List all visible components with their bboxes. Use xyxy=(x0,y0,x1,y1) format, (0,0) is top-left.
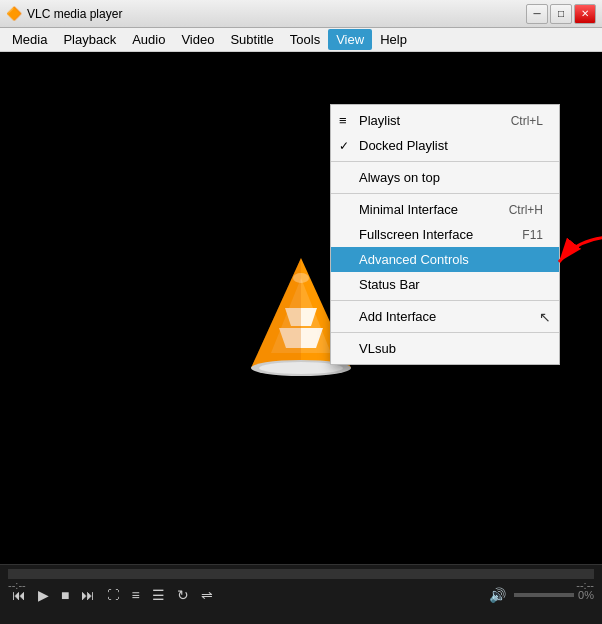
docked-playlist-check: ✓ xyxy=(339,139,355,153)
progress-bar[interactable] xyxy=(8,569,594,579)
menu-item-status-bar[interactable]: Status Bar xyxy=(331,272,559,297)
play-button[interactable]: ▶ xyxy=(34,585,53,605)
menu-item-always-on-top[interactable]: Always on top xyxy=(331,165,559,190)
svg-point-7 xyxy=(293,273,309,283)
menu-item-playlist[interactable]: ≡ Playlist Ctrl+L xyxy=(331,108,559,133)
menu-item-minimal-interface[interactable]: Minimal Interface Ctrl+H xyxy=(331,197,559,222)
menu-audio[interactable]: Audio xyxy=(124,29,173,50)
pointer-icon: ↖ xyxy=(539,309,551,325)
next-button[interactable]: ⏭ xyxy=(77,585,99,605)
extended-settings-button[interactable]: ≡ xyxy=(127,585,143,605)
main-content: ≡ Playlist Ctrl+L ✓ Docked Playlist Alwa… xyxy=(0,52,602,564)
menu-video[interactable]: Video xyxy=(173,29,222,50)
volume-slider[interactable] xyxy=(514,593,574,597)
svg-marker-4 xyxy=(251,258,301,368)
loop-button[interactable]: ↻ xyxy=(173,585,193,605)
menu-media[interactable]: Media xyxy=(4,29,55,50)
time-elapsed: --:-- xyxy=(8,579,26,591)
minimize-button[interactable]: ─ xyxy=(526,4,548,24)
separator-3 xyxy=(331,300,559,301)
menu-item-add-interface[interactable]: Add Interface ↖ xyxy=(331,304,559,329)
view-dropdown-menu: ≡ Playlist Ctrl+L ✓ Docked Playlist Alwa… xyxy=(330,104,560,365)
window-title: VLC media player xyxy=(27,7,526,21)
menu-tools[interactable]: Tools xyxy=(282,29,328,50)
maximize-button[interactable]: □ xyxy=(550,4,572,24)
app-icon: 🔶 xyxy=(6,6,22,22)
fullscreen-button[interactable]: ⛶ xyxy=(103,586,123,604)
bottom-controls: --:-- --:-- ⏮ ▶ ■ ⏭ ⛶ ≡ ☰ ↻ ⇌ 🔊 0% xyxy=(0,564,602,624)
stop-button[interactable]: ■ xyxy=(57,585,73,605)
separator-4 xyxy=(331,332,559,333)
menu-view[interactable]: View xyxy=(328,29,372,50)
separator-1 xyxy=(331,161,559,162)
menu-bar: Media Playback Audio Video Subtitle Tool… xyxy=(0,28,602,52)
playlist-check: ≡ xyxy=(339,113,355,128)
title-bar: 🔶 VLC media player ─ □ ✕ xyxy=(0,0,602,28)
window-controls: ─ □ ✕ xyxy=(526,4,596,24)
time-remaining: --:-- xyxy=(576,579,594,591)
separator-2 xyxy=(331,193,559,194)
playback-controls: ⏮ ▶ ■ ⏭ ⛶ ≡ ☰ ↻ ⇌ 🔊 0% xyxy=(0,583,602,607)
menu-item-docked-playlist[interactable]: ✓ Docked Playlist xyxy=(331,133,559,158)
menu-item-vlsub[interactable]: VLsub xyxy=(331,336,559,361)
volume-icon[interactable]: 🔊 xyxy=(485,585,510,605)
close-button[interactable]: ✕ xyxy=(574,4,596,24)
menu-item-fullscreen-interface[interactable]: Fullscreen Interface F11 xyxy=(331,222,559,247)
menu-subtitle[interactable]: Subtitle xyxy=(222,29,281,50)
random-button[interactable]: ⇌ xyxy=(197,585,217,605)
menu-item-advanced-controls[interactable]: Advanced Controls xyxy=(331,247,559,272)
playlist-button[interactable]: ☰ xyxy=(148,585,169,605)
menu-playback[interactable]: Playback xyxy=(55,29,124,50)
menu-help[interactable]: Help xyxy=(372,29,415,50)
